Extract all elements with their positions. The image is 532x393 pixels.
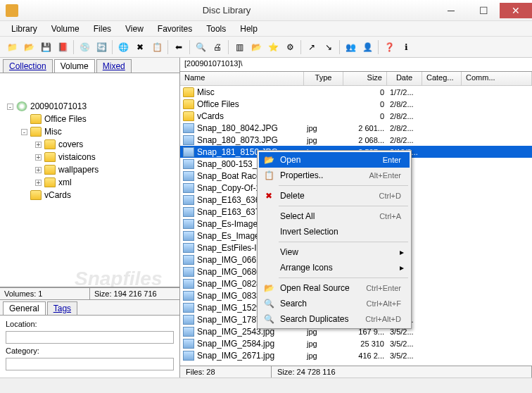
image-icon [183, 303, 194, 313]
properties-icon[interactable]: 📋 [149, 39, 165, 55]
open-library-icon[interactable]: 📂 [21, 39, 37, 55]
print-icon[interactable]: 🖨 [210, 39, 225, 55]
expander-icon[interactable]: + [35, 167, 42, 173]
col-date[interactable]: Date [387, 72, 422, 85]
category-input[interactable] [6, 358, 174, 370]
folder-icon [44, 152, 56, 162]
ctx-view[interactable]: View ▸ [259, 244, 410, 260]
menu-favorites[interactable]: Favorites [152, 23, 198, 35]
image-icon [183, 231, 194, 241]
back-icon[interactable]: ⬅ [171, 39, 186, 55]
tree-view[interactable]: Snapfiles - 200901071013 Office Files - … [0, 73, 179, 287]
col-type[interactable]: Type [304, 72, 343, 85]
location-input[interactable] [6, 331, 174, 344]
export-icon[interactable]: ↗ [304, 39, 319, 55]
import-icon[interactable]: ↘ [321, 39, 336, 55]
expander-icon[interactable]: + [35, 180, 42, 186]
file-date: 1/7/2... [387, 88, 422, 96]
open-real-icon: 📂 [262, 283, 276, 293]
col-size[interactable]: Size [343, 72, 387, 85]
file-date: 2/8/2... [387, 136, 422, 144]
users-icon[interactable]: 👥 [343, 39, 358, 55]
tree-label: wallpapers [58, 165, 99, 175]
new-library-icon[interactable]: 📁 [4, 39, 20, 55]
favorites-icon[interactable]: ⭐ [265, 39, 281, 55]
ctx-open[interactable]: 📂 Open Enter [259, 152, 410, 168]
file-row[interactable]: Snap_180_8042.JPGjpg2 601...2/8/2... [180, 122, 532, 134]
menu-help[interactable]: Help [234, 23, 263, 35]
tree-node-covers[interactable]: + covers [4, 138, 175, 151]
folder-icon [30, 127, 42, 137]
image-icon [183, 267, 194, 277]
settings-icon[interactable]: ⚙ [282, 39, 298, 55]
col-category[interactable]: Categ... [422, 72, 462, 85]
expander-icon[interactable]: - [21, 129, 27, 135]
ctx-select-all[interactable]: Select All Ctrl+A [259, 208, 410, 224]
ctx-delete[interactable]: ✖ Delete Ctrl+D [259, 188, 410, 204]
save-icon[interactable]: 💾 [38, 39, 53, 55]
col-name[interactable]: Name [180, 72, 304, 85]
file-row[interactable]: Snap_IMG_2671.jpgjpg416 2...3/5/2... [180, 349, 532, 361]
tab-general[interactable]: General [3, 301, 46, 315]
image-icon [183, 183, 194, 193]
maximize-button[interactable]: ☐ [467, 3, 500, 18]
file-row[interactable]: Snap_180_8073.JPGjpg2 068...2/8/2... [180, 134, 532, 146]
globe-icon[interactable]: 🌐 [115, 39, 131, 55]
properties-panel: Location: Category: [0, 316, 179, 378]
menu-view[interactable]: View [120, 23, 149, 35]
menu-files[interactable]: Files [88, 23, 117, 35]
ctx-arrange-icons[interactable]: Arrange Icons ▸ [259, 260, 410, 275]
folder-view-icon[interactable]: 📂 [248, 39, 264, 55]
file-size: 2 068... [343, 136, 387, 144]
tree-node-wallpapers[interactable]: + wallpapers [4, 163, 175, 176]
file-row[interactable]: Snap_IMG_2584.jpgjpg25 3103/5/2... [180, 337, 532, 349]
file-date: 2/8/2... [387, 124, 422, 132]
expander-icon[interactable]: - [7, 104, 13, 110]
file-row[interactable]: Misc01/7/2... [180, 86, 532, 98]
close-button[interactable]: ✕ [500, 3, 532, 18]
tree-node-vistaicons[interactable]: + vistaicons [4, 151, 175, 163]
ctx-search-duplicates[interactable]: 🔍 Search Duplicates Ctrl+Alt+D [259, 311, 410, 327]
tree-node-vcards[interactable]: vCards [4, 189, 175, 201]
image-icon [183, 171, 194, 181]
ctx-open-real-source[interactable]: 📂 Open Real Source Ctrl+Enter [259, 280, 410, 296]
menu-tools[interactable]: Tools [201, 23, 232, 35]
minimize-button[interactable]: ─ [435, 3, 467, 18]
file-name: Snap_IMG_2671.jpg [197, 351, 274, 361]
tree-root[interactable]: - 200901071013 [4, 100, 175, 113]
refresh-disc-icon[interactable]: 🔄 [94, 39, 109, 55]
delete-icon[interactable]: ✖ [132, 39, 148, 55]
ctx-search[interactable]: 🔍 Search Ctrl+Alt+F [259, 296, 410, 311]
file-size: 416 2... [343, 351, 387, 360]
file-name: Snap_E163_6362 [197, 195, 265, 205]
search-icon[interactable]: 🔍 [193, 39, 208, 55]
file-name: Snap_IMG_1529 [197, 303, 261, 313]
delete-icon: ✖ [262, 191, 276, 201]
toggle-panel-icon[interactable]: ▥ [232, 39, 247, 55]
help-icon[interactable]: ❓ [381, 39, 397, 55]
total-size: Size: 24 728 116 [272, 366, 532, 378]
tab-collection[interactable]: Collection [3, 59, 53, 73]
col-comment[interactable]: Comm... [462, 72, 532, 85]
user-add-icon[interactable]: 👤 [360, 39, 375, 55]
tree-node-office[interactable]: Office Files [4, 113, 175, 125]
file-row[interactable]: Office Files02/8/2... [180, 98, 532, 110]
ctx-properties[interactable]: 📋 Properties.. Alt+Enter [259, 168, 410, 183]
tree-node-xml[interactable]: + xml [4, 176, 175, 189]
expander-icon[interactable]: + [35, 154, 42, 161]
tab-mixed[interactable]: Mixed [96, 59, 132, 73]
file-row[interactable]: vCards02/8/2... [180, 110, 532, 122]
menu-volume[interactable]: Volume [46, 23, 85, 35]
book-icon[interactable]: 📕 [55, 39, 70, 55]
volumes-count: Volumes: 1 [0, 288, 90, 299]
expander-icon[interactable]: + [35, 142, 42, 148]
path-bar[interactable]: [200901071013]\ [180, 58, 532, 72]
add-disc-icon[interactable]: 💿 [77, 39, 92, 55]
menu-library[interactable]: Library [6, 23, 43, 35]
ctx-invert-selection[interactable]: Invert Selection [259, 224, 410, 239]
tab-tags[interactable]: Tags [47, 301, 77, 315]
image-icon [183, 291, 194, 301]
about-icon[interactable]: ℹ [398, 39, 414, 55]
tab-volume[interactable]: Volume [54, 59, 95, 73]
tree-node-misc[interactable]: - Misc [4, 125, 175, 138]
